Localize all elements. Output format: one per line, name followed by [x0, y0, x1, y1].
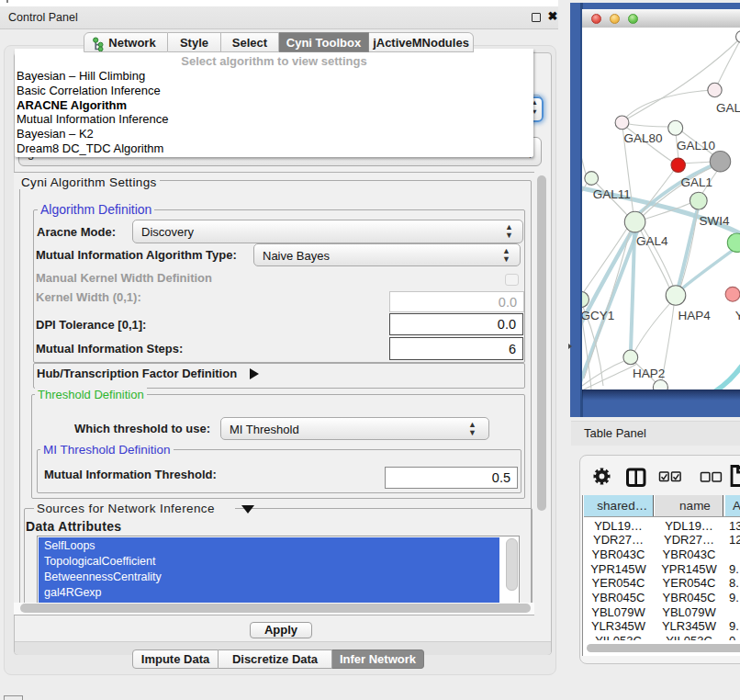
svg-text:GCY1: GCY1: [582, 309, 614, 322]
svg-text:GAL11: GAL11: [593, 187, 631, 201]
svg-text:GAL7: GAL7: [716, 101, 740, 115]
svg-text:GAL80: GAL80: [624, 131, 663, 145]
svg-text:HAP2: HAP2: [633, 367, 665, 380]
svg-text:GAL1: GAL1: [681, 175, 713, 189]
svg-text:GAL4: GAL4: [636, 234, 668, 248]
svg-text:GAL10: GAL10: [677, 139, 715, 152]
svg-text:HAP4: HAP4: [678, 309, 712, 322]
svg-text:YM: YM: [735, 309, 740, 322]
svg-text:SWI4: SWI4: [700, 214, 730, 228]
